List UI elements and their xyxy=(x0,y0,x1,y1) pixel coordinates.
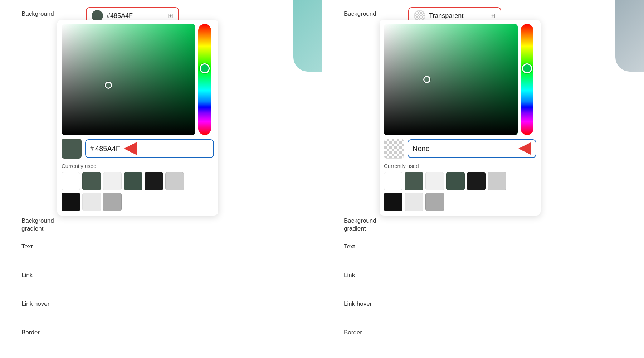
link-label-right: Link xyxy=(344,268,408,279)
picker-cursor-left[interactable] xyxy=(105,82,112,89)
link-label-left: Link xyxy=(21,268,86,279)
none-row-right: None xyxy=(384,139,536,159)
swatch-nearblack-left[interactable] xyxy=(62,193,80,211)
background-gradient-row-left: Background gradient xyxy=(21,214,322,233)
picker-gradient-row-right xyxy=(384,24,536,135)
swatch-gray-right[interactable] xyxy=(488,172,506,190)
hue-strip-container-right[interactable] xyxy=(521,24,536,135)
checker-swatch-right xyxy=(384,139,404,159)
database-icon-right: ⊞ xyxy=(490,12,496,20)
hue-cursor-right xyxy=(522,63,532,73)
picker-cursor-right[interactable] xyxy=(423,76,430,83)
swatches-row1-left xyxy=(62,172,214,190)
hex-input-left[interactable]: # 485A4F xyxy=(85,139,214,158)
red-arrow-left xyxy=(124,142,137,155)
gradient-dark-right xyxy=(384,24,518,135)
swatches-row2-right xyxy=(384,193,536,211)
link-hover-row-left: Link hover xyxy=(21,297,322,308)
link-row-right: Link xyxy=(344,268,644,279)
link-hover-label-left: Link hover xyxy=(21,297,86,308)
swatch-medgreen-right[interactable] xyxy=(446,172,465,190)
swatch-white-left[interactable] xyxy=(62,172,80,190)
hex-swatch-left xyxy=(62,139,82,159)
hex-row-left: # 485A4F xyxy=(62,139,214,159)
swatch-medgreen-left[interactable] xyxy=(124,172,142,190)
hue-cursor-left xyxy=(200,63,210,73)
swatch-darkgreen-left[interactable] xyxy=(82,172,101,190)
gradient-canvas-left[interactable] xyxy=(62,24,195,135)
currently-used-label-right: Currently used xyxy=(384,163,536,169)
swatch-gray-left[interactable] xyxy=(165,172,184,190)
text-label-right: Text xyxy=(344,240,408,251)
none-input-right[interactable]: None xyxy=(408,139,536,158)
background-label: Background xyxy=(21,7,86,18)
gradient-inner-right xyxy=(384,24,518,135)
hex-value-left[interactable]: 485A4F xyxy=(95,145,120,153)
swatches-row1-right xyxy=(384,172,536,190)
hex-hash-left: # xyxy=(90,145,94,153)
gradient-canvas-right[interactable] xyxy=(384,24,518,135)
red-arrow-right xyxy=(518,142,531,155)
swatch-white-right[interactable] xyxy=(384,172,402,190)
hue-strip-left[interactable] xyxy=(198,24,211,135)
link-row-left: Link xyxy=(21,268,322,279)
right-color-picker-popup[interactable]: None Currently used xyxy=(380,20,541,216)
bg-gradient-label-left: Background gradient xyxy=(21,214,86,233)
border-row-left: Border xyxy=(21,326,322,337)
border-label-right: Border xyxy=(344,326,408,337)
swatch-lightgray-right[interactable] xyxy=(425,172,444,190)
swatch-darkgreen-right[interactable] xyxy=(405,172,423,190)
background-color-value: #485A4F xyxy=(107,12,164,20)
currently-used-label-left: Currently used xyxy=(62,163,214,169)
text-row-right: Text xyxy=(344,240,644,251)
gradient-inner xyxy=(62,24,195,135)
right-panel: Background Transparent ⊞ N xyxy=(322,0,644,358)
background-value-right: Transparent xyxy=(429,12,487,20)
swatch-vlightgray-left[interactable] xyxy=(82,193,101,211)
none-value-right[interactable]: None xyxy=(413,145,430,153)
swatch-vlightgray-right[interactable] xyxy=(405,193,423,211)
picker-gradient-row xyxy=(62,24,214,135)
border-row-right: Border xyxy=(344,326,644,337)
swatch-black-left[interactable] xyxy=(145,172,163,190)
link-hover-row-right: Link hover xyxy=(344,297,644,308)
hue-strip-container-left[interactable] xyxy=(198,24,214,135)
text-label-left: Text xyxy=(21,240,86,251)
gradient-dark xyxy=(62,24,195,135)
bg-gradient-label-right: Background gradient xyxy=(344,214,408,233)
block-title-row-right: Block title xyxy=(344,355,644,358)
text-row-left: Text xyxy=(21,240,322,251)
swatch-black-right[interactable] xyxy=(467,172,486,190)
left-color-picker-popup[interactable]: # 485A4F Currently used xyxy=(57,20,218,216)
border-label-left: Border xyxy=(21,326,86,337)
background-gradient-row-right: Background gradient xyxy=(344,214,644,233)
left-panel: Background #485A4F ⊞ # xyxy=(0,0,322,358)
block-title-label-right: Block title xyxy=(344,355,408,358)
swatch-medgray-left[interactable] xyxy=(103,193,122,211)
link-hover-label-right: Link hover xyxy=(344,297,408,308)
swatch-nearblack-right[interactable] xyxy=(384,193,402,211)
swatches-row2-left xyxy=(62,193,214,211)
hue-strip-right[interactable] xyxy=(521,24,533,135)
swatch-lightgray-left[interactable] xyxy=(103,172,122,190)
background-label-right: Background xyxy=(344,7,408,18)
swatch-medgray-right[interactable] xyxy=(425,193,444,211)
database-icon: ⊞ xyxy=(168,12,173,20)
